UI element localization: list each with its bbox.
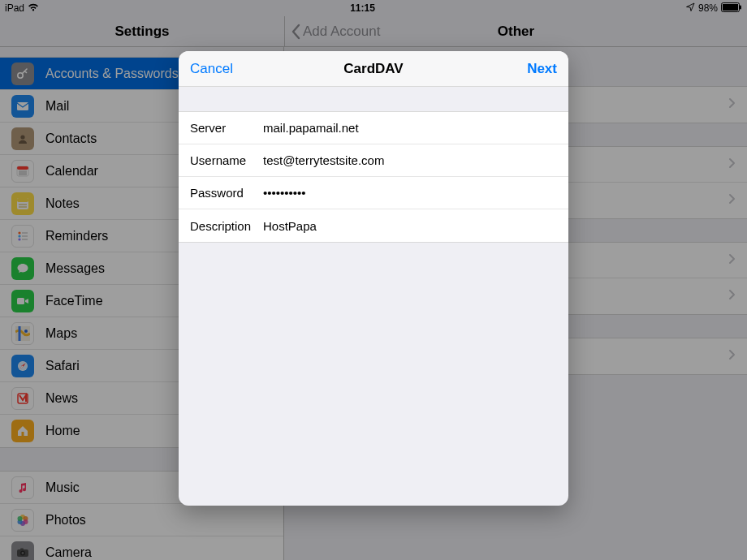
form-row-server: Server [179, 112, 568, 144]
server-input[interactable] [263, 121, 568, 135]
next-button[interactable]: Next [492, 61, 557, 77]
modal-title: CardDAV [255, 61, 492, 77]
form-row-password: Password [179, 177, 568, 209]
cancel-button[interactable]: Cancel [190, 61, 255, 77]
carddav-form: ServerUsernamePasswordDescription [179, 111, 568, 243]
form-label: Description [190, 219, 263, 233]
username-input[interactable] [263, 153, 568, 167]
form-row-username: Username [179, 144, 568, 177]
form-label: Password [190, 186, 263, 200]
carddav-modal: Cancel CardDAV Next ServerUsernamePasswo… [179, 51, 568, 506]
form-label: Username [190, 153, 263, 167]
description-input[interactable] [263, 219, 568, 233]
password-input[interactable] [263, 186, 568, 200]
form-label: Server [190, 121, 263, 135]
form-row-description: Description [179, 209, 568, 242]
